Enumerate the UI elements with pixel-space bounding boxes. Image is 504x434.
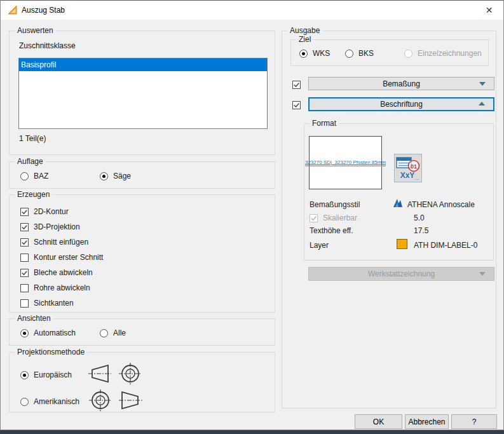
layer-value: ATH DIM-LABEL-0 bbox=[414, 241, 477, 250]
radio-wks[interactable]: WKS bbox=[299, 49, 330, 58]
radio-wks-label: WKS bbox=[313, 49, 330, 58]
checkbox-2d-kontur-label: 2D-Kontur bbox=[34, 207, 69, 216]
checkbox-bleche-abwickeln-box bbox=[20, 269, 29, 277]
checkbox-beschriftung-box bbox=[292, 101, 301, 109]
werkstattzeichnung-dropdown-button: Werkstattzeichnung bbox=[308, 267, 494, 281]
group-format-title: Format bbox=[310, 119, 339, 128]
beschriftung-dropdown-button[interactable]: Beschriftung bbox=[308, 97, 494, 111]
radio-automatisch-label: Automatisch bbox=[34, 329, 76, 337]
radio-amerikanisch-label: Amerikanisch bbox=[34, 397, 79, 406]
checkbox-beschriftung[interactable] bbox=[292, 100, 301, 109]
teile-count-label: 1 Teil(e) bbox=[19, 134, 46, 143]
radio-automatisch-circle bbox=[20, 329, 29, 337]
annoscale-icon bbox=[393, 198, 403, 208]
checkbox-rohre-abwickeln-label: Rohre abwickeln bbox=[34, 283, 90, 292]
layer-color-swatch[interactable] bbox=[397, 239, 407, 249]
bemassung-dropdown-button[interactable]: Bemaßung bbox=[308, 77, 494, 90]
checkbox-bemassung-box bbox=[292, 81, 301, 89]
cancel-button[interactable]: Abbrechen bbox=[405, 414, 449, 429]
checkbox-2d-kontur[interactable]: 2D-Kontur bbox=[20, 207, 69, 216]
radio-alle-label: Alle bbox=[113, 329, 126, 337]
checkbox-schnitt-einfuegen[interactable]: Schnitt einfügen bbox=[20, 238, 88, 247]
american-projection-icon bbox=[87, 390, 153, 411]
svg-text:...: ... bbox=[415, 175, 419, 181]
checkbox-bleche-abwickeln[interactable]: Bleche abwickeln bbox=[20, 268, 93, 277]
beschriftung-dropdown-label: Beschriftung bbox=[380, 100, 423, 109]
radio-europaeisch[interactable]: Europäisch bbox=[20, 370, 72, 379]
group-ansichten-title: Ansichten bbox=[15, 314, 53, 323]
checkbox-schnitt-einfuegen-label: Schnitt einfügen bbox=[34, 238, 88, 247]
group-auswerten: Auswerten Zuschnittsklasse Basisprofil 1… bbox=[9, 31, 275, 155]
chevron-down-icon-disabled bbox=[479, 272, 486, 276]
checkbox-kontur-erster-schnitt[interactable]: Kontur erster Schnitt bbox=[20, 253, 103, 262]
checkbox-sichtkanten[interactable]: Sichtkanten bbox=[20, 299, 74, 308]
skalierbar-label: Skalierbar bbox=[323, 214, 357, 222]
ok-button-label: OK bbox=[373, 417, 384, 426]
athena-logo-icon bbox=[7, 5, 18, 15]
checkbox-sichtkanten-label: Sichtkanten bbox=[34, 299, 74, 308]
radio-einzelzeichnungen-label: Einzelzeichnungen bbox=[418, 49, 482, 58]
texthoehe-label: Texthöhe eff. bbox=[310, 226, 353, 235]
radio-saege[interactable]: Säge bbox=[100, 172, 131, 180]
group-ziel-title: Ziel bbox=[296, 35, 313, 44]
werkstattzeichnung-label: Werkstattzeichnung bbox=[368, 269, 435, 278]
checkbox-2d-kontur-box bbox=[20, 208, 29, 216]
checkbox-rohre-abwickeln[interactable]: Rohre abwickeln bbox=[20, 283, 90, 292]
radio-baz-circle bbox=[20, 172, 29, 180]
radio-saege-circle bbox=[100, 172, 108, 180]
svg-text:XxY: XxY bbox=[400, 171, 415, 180]
radio-bks-label: BKS bbox=[358, 49, 374, 58]
ok-button[interactable]: OK bbox=[355, 414, 402, 429]
bemassungsstil-value: ATHENA Annoscale bbox=[407, 200, 475, 209]
label-preview-box: 323270 SD|_323270 Pfosten 85mm bbox=[309, 136, 382, 189]
radio-bks-circle bbox=[345, 50, 353, 58]
close-button[interactable]: ✕ bbox=[475, 1, 503, 20]
list-item-basisprofil[interactable]: Basisprofil bbox=[19, 58, 267, 71]
bemassungsstil-label: Bemaßungsstil bbox=[310, 200, 360, 209]
chevron-down-icon bbox=[479, 82, 486, 86]
close-icon: ✕ bbox=[486, 5, 493, 15]
radio-saege-label: Säge bbox=[113, 172, 131, 180]
radio-einzelzeichnungen-circle bbox=[404, 50, 412, 58]
group-ausgabe: Ausgabe Ziel WKS BKS Einzelzeichnungen B… bbox=[282, 31, 496, 409]
label-format-button[interactable]: 01 XxY ... bbox=[394, 154, 422, 182]
radio-automatisch[interactable]: Automatisch bbox=[20, 329, 76, 337]
title-bar: Auszug Stab ✕ bbox=[1, 1, 503, 20]
group-ausgabe-title: Ausgabe bbox=[287, 26, 322, 35]
group-projektionsmethode-title: Projektionsmethode bbox=[15, 348, 87, 356]
group-format: Format 323270 SD|_323270 Pfosten 85mm 01… bbox=[304, 123, 494, 261]
label-preview-text: 323270 SD|_323270 Pfosten 85mm bbox=[305, 159, 386, 166]
label-format-icon: 01 XxY ... bbox=[395, 155, 421, 181]
texthoehe-value: 17.5 bbox=[414, 226, 428, 235]
radio-europaeisch-label: Europäisch bbox=[34, 370, 72, 379]
background-edge-strip bbox=[0, 430, 504, 434]
radio-baz[interactable]: BAZ bbox=[20, 172, 48, 180]
group-auflage-title: Auflage bbox=[15, 157, 46, 166]
checkbox-skalierbar: Skalierbar bbox=[310, 214, 357, 222]
checkbox-3d-projektion[interactable]: 3D-Projektion bbox=[20, 222, 80, 231]
screen: { "window": { "title": "Auszug Stab", "c… bbox=[0, 0, 504, 434]
checkbox-kontur-erster-schnitt-box bbox=[20, 254, 29, 262]
radio-alle-circle bbox=[100, 329, 108, 337]
layer-label: Layer bbox=[310, 241, 329, 250]
radio-amerikanisch-circle bbox=[20, 398, 29, 406]
radio-amerikanisch[interactable]: Amerikanisch bbox=[20, 397, 79, 406]
group-ziel: Ziel WKS BKS Einzelzeichnungen bbox=[290, 39, 489, 66]
radio-alle[interactable]: Alle bbox=[100, 329, 126, 337]
checkbox-bemassung[interactable] bbox=[292, 80, 301, 89]
checkbox-sichtkanten-box bbox=[20, 299, 29, 308]
checkbox-3d-projektion-box bbox=[20, 223, 29, 231]
group-erzeugen-title: Erzeugen bbox=[15, 190, 52, 199]
radio-europaeisch-circle bbox=[20, 371, 29, 379]
help-button[interactable]: ? bbox=[451, 414, 497, 429]
radio-bks[interactable]: BKS bbox=[345, 49, 374, 58]
checkbox-bleche-abwickeln-label: Bleche abwickeln bbox=[34, 268, 93, 277]
group-ansichten: Ansichten Automatisch Alle bbox=[9, 318, 275, 346]
checkbox-rohre-abwickeln-box bbox=[20, 284, 29, 292]
radio-baz-label: BAZ bbox=[34, 172, 48, 180]
window-title: Auszug Stab bbox=[22, 6, 65, 15]
checkbox-skalierbar-box bbox=[310, 214, 318, 222]
european-projection-icon bbox=[87, 363, 153, 384]
zuschnittsklasse-listbox[interactable]: Basisprofil bbox=[18, 58, 268, 129]
chevron-up-icon bbox=[479, 102, 485, 105]
